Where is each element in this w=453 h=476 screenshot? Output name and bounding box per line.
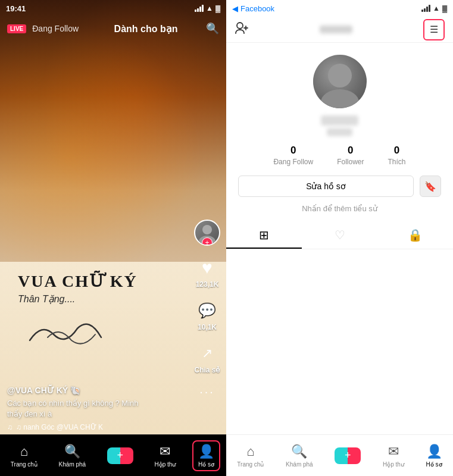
left-status-bar: 19:41 ▲ ▓	[0, 0, 226, 17]
home-label: Trang chủ	[11, 461, 38, 468]
right-inbox-label: Hộp thư	[383, 461, 404, 468]
right-nav-profile[interactable]: 👤 Hồ sơ	[426, 444, 442, 468]
likes-stat[interactable]: 0 Thích	[388, 145, 406, 166]
right-create-icon: +	[335, 447, 361, 464]
share-action[interactable]: ↗ Chia sẻ	[194, 342, 220, 374]
menu-button[interactable]: ☰	[423, 19, 445, 40]
hamburger-icon: ☰	[430, 24, 438, 35]
right-nav-home[interactable]: ⌂ Trang chủ	[237, 444, 264, 468]
music-info: ♫ ♫ nanh Góc @VUA CHỮ K	[7, 423, 186, 431]
dang-follow-tab[interactable]: Đang Follow	[32, 24, 79, 33]
right-explore-icon: 🔍	[291, 444, 307, 459]
search-icon[interactable]: 🔍	[206, 22, 219, 35]
right-nav-explore[interactable]: 🔍 Khám phá	[286, 444, 313, 468]
left-top-nav: LIVE Đang Follow Dành cho bạn 🔍	[0, 17, 226, 40]
right-inbox-icon: ✉	[388, 444, 399, 459]
create-icon: +	[107, 447, 133, 464]
right-status-icons: ▲ ▓	[421, 4, 447, 12]
bookmark-button[interactable]: 🔖	[420, 176, 441, 197]
battery-icon: ▓	[215, 5, 220, 12]
profile-tabs: ⊞ ♡ 🔒	[226, 223, 453, 249]
following-stat[interactable]: 0 Đang Follow	[273, 145, 313, 166]
right-bottom-nav: ⌂ Trang chủ 🔍 Khám phá + ✉ Hộp thư 👤 Hồ …	[226, 434, 453, 476]
vua-chu-ky-text: VUA CHỮ KÝ	[18, 271, 138, 291]
edit-profile-button[interactable]: Sửa hồ sơ	[238, 176, 414, 197]
live-badge: LIVE	[7, 24, 26, 33]
right-nav-inbox[interactable]: ✉ Hộp thư	[383, 444, 404, 468]
followers-label: Follower	[337, 158, 364, 166]
wifi-icon: ▲	[206, 4, 213, 12]
right-signal-icon	[421, 5, 430, 12]
right-profile-label: Hồ sơ	[426, 461, 442, 468]
more-options-icon[interactable]: ···	[199, 385, 215, 399]
followers-stat[interactable]: 0 Follower	[337, 145, 364, 166]
than-tang-text: Thân Tặng....	[18, 293, 75, 305]
right-nav-create[interactable]: +	[335, 447, 361, 464]
explore-icon: 🔍	[64, 444, 80, 459]
right-battery-icon: ▓	[442, 5, 447, 12]
right-top-username: ••••••••••••	[320, 25, 352, 34]
following-count: 0	[290, 145, 296, 156]
nav-home[interactable]: ⌂ Trang chủ	[6, 441, 42, 470]
nav-explore[interactable]: 🔍 Khám phá	[54, 441, 91, 470]
desc-line-1: Các bạn có nhìn thấy gì không ? Minh	[7, 398, 186, 409]
profile-label: Hồ sơ	[198, 461, 214, 468]
creator-avatar[interactable]: +	[194, 220, 220, 246]
danh-cho-ban-tab[interactable]: Dành cho bạn	[86, 23, 206, 35]
video-description: Các bạn có nhìn thấy gì không ? Minh thấ…	[7, 398, 186, 419]
profile-section: •••••••••• •••••••••• 0 Đang Follow 0 Fo…	[226, 43, 453, 255]
right-profile-icon: 👤	[426, 444, 442, 459]
profile-icon: 👤	[198, 444, 214, 459]
music-text: ♫ nanh Góc @VUA CHỮ K	[16, 423, 103, 431]
bio-placeholder[interactable]: Nhấn để thêm tiểu sử	[302, 204, 377, 213]
nav-create[interactable]: +	[102, 445, 138, 466]
likes-label: Thích	[388, 158, 406, 166]
right-top-bar: •••••••••••• ☰	[226, 17, 453, 43]
profile-content-area	[226, 255, 453, 434]
right-status-bar: ◀ Facebook ▲ ▓	[226, 0, 453, 17]
edit-row: Sửa hồ sơ 🔖	[226, 176, 453, 197]
right-actions: + ♥ 123,1K 💬 10,1K ↗ Chia sẻ ···	[194, 220, 220, 399]
svg-point-0	[202, 225, 212, 234]
heart-icon: ♥	[196, 256, 218, 279]
right-home-label: Trang chủ	[237, 461, 264, 468]
comment-count: 10,1K	[198, 323, 217, 331]
right-panel: ◀ Facebook ▲ ▓ ••••••••••••	[226, 0, 453, 476]
add-person-icon[interactable]	[235, 21, 249, 37]
back-facebook[interactable]: ◀ Facebook	[232, 4, 274, 13]
following-label: Đang Follow	[273, 158, 313, 166]
left-time: 19:41	[6, 4, 26, 13]
tab-videos[interactable]: ⊞	[226, 223, 302, 249]
avatar-image	[313, 55, 367, 108]
back-label: Facebook	[240, 4, 274, 13]
comment-action[interactable]: 💬 10,1K	[196, 299, 218, 331]
lock-icon: 🔒	[408, 228, 423, 242]
left-bottom-nav: ⌂ Trang chủ 🔍 Khám phá + ✉ Hộp thư 👤 Hồ …	[0, 434, 226, 476]
video-info: @VUA CHỮ KÝ 🐚 Các bạn có nhìn thấy gì kh…	[0, 385, 193, 431]
svg-point-2	[237, 23, 243, 29]
like-count: 123,1K	[196, 280, 219, 289]
home-icon: ⌂	[20, 444, 28, 459]
nav-profile[interactable]: 👤 Hồ sơ	[192, 440, 220, 471]
right-home-icon: ⌂	[246, 444, 254, 459]
inbox-icon: ✉	[160, 444, 170, 459]
share-label: Chia sẻ	[194, 366, 220, 374]
stats-row: 0 Đang Follow 0 Follower 0 Thích	[273, 145, 405, 166]
nav-inbox[interactable]: ✉ Hộp thư	[150, 441, 181, 470]
creator-username: @VUA CHỮ KÝ 🐚	[7, 386, 80, 395]
signature-svg	[18, 311, 113, 352]
signal-icon	[195, 5, 204, 12]
heart-outline-icon: ♡	[335, 228, 345, 242]
like-action[interactable]: ♥ 123,1K	[196, 256, 219, 289]
grid-icon: ⊞	[259, 228, 269, 242]
bookmark-icon: 🔖	[424, 181, 436, 192]
right-explore-label: Khám phá	[286, 461, 313, 468]
follow-plus-icon[interactable]: +	[202, 237, 213, 246]
profile-username: ••••••••••	[321, 115, 358, 126]
followers-count: 0	[348, 145, 353, 156]
desc-line-2: thấy đen xì à	[7, 409, 186, 419]
left-panel: 19:41 ▲ ▓ LIVE Đang Follow Dành cho bạn …	[0, 0, 226, 476]
tab-private[interactable]: 🔒	[377, 223, 453, 249]
tab-liked[interactable]: ♡	[302, 223, 377, 249]
explore-label: Khám phá	[59, 461, 86, 468]
